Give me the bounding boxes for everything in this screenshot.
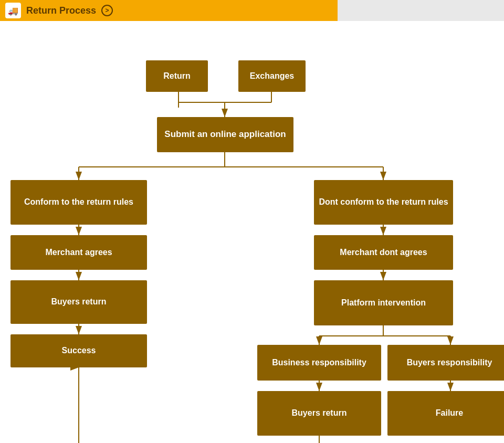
merchant-agrees-box: Merchant agrees [10,235,147,270]
submit-box: Submit an online application [157,117,293,152]
conform-box: Conform to the return rules [10,180,147,225]
flowchart-area: Return Exchanges Submit an online applic… [0,21,504,443]
buyers-return-right-box: Buyers return [257,391,381,436]
return-box: Return [146,60,208,92]
merchant-dont-box: Merchant dont agrees [314,235,453,270]
header-icon: 🚚 [5,3,21,18]
chevron-right-icon: > [106,7,109,14]
business-resp-box: Business responsibility [257,345,381,381]
exchanges-box: Exchanges [238,60,306,92]
buyers-return-left-box: Buyers return [10,280,147,324]
success-box: Success [10,334,147,367]
header-title: Return Process [26,5,96,16]
buyers-resp-box: Buyers responsibility [387,345,504,381]
failure-box: Failure [387,391,504,436]
header-arrow-button[interactable]: > [101,5,113,16]
dont-conform-box: Dont conform to the return rules [314,180,453,225]
platform-box: Platform intervention [314,280,453,325]
page-header: 🚚 Return Process > [0,0,504,21]
